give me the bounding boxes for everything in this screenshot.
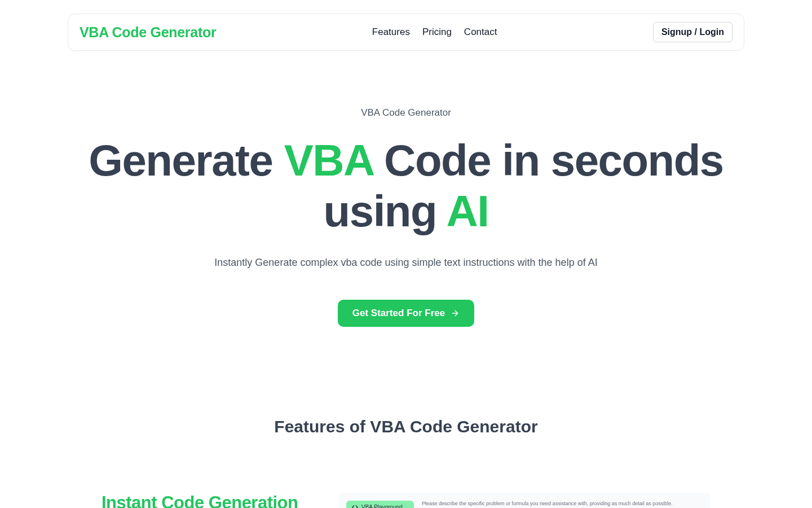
logo[interactable]: VBA Code Generator bbox=[80, 24, 216, 41]
feature-title: Instant Code Generation bbox=[102, 493, 316, 508]
nav-links: Features Pricing Contact bbox=[372, 27, 497, 38]
preview-pill-label: VBA Playground bbox=[361, 504, 403, 508]
hero-section: VBA Code Generator Generate VBA Code in … bbox=[0, 51, 812, 361]
features-heading: Features of VBA Code Generator bbox=[0, 417, 812, 436]
preview-pill-playground: VBA Playground bbox=[346, 501, 414, 508]
code-icon bbox=[352, 504, 358, 508]
preview-main: Please describe the specific problem or … bbox=[422, 501, 703, 508]
nav-link-contact[interactable]: Contact bbox=[464, 27, 497, 38]
navbar: VBA Code Generator Features Pricing Cont… bbox=[68, 14, 744, 51]
nav-link-features[interactable]: Features bbox=[372, 27, 410, 38]
hero-title-part2: Code in seconds using bbox=[324, 135, 723, 236]
hero-title: Generate VBA Code in seconds using AI bbox=[68, 135, 744, 237]
nav-link-pricing[interactable]: Pricing bbox=[422, 27, 452, 38]
cta-label: Get Started For Free bbox=[352, 308, 445, 319]
hero-title-part1: Generate bbox=[89, 135, 284, 185]
hero-title-accent1: VBA bbox=[284, 135, 373, 185]
hero-subtitle: Instantly Generate complex vba code usin… bbox=[34, 257, 778, 269]
feature-text: Instant Code Generation bbox=[102, 493, 316, 508]
get-started-button[interactable]: Get Started For Free bbox=[338, 300, 474, 327]
preview-helper-text: Please describe the specific problem or … bbox=[422, 501, 703, 506]
feature-preview: VBA Playground Billing Please describe t… bbox=[338, 493, 710, 508]
preview-sidebar: VBA Playground Billing bbox=[346, 501, 414, 508]
hero-title-accent2: AI bbox=[446, 186, 488, 236]
hero-eyebrow: VBA Code Generator bbox=[34, 107, 778, 119]
arrow-right-icon bbox=[451, 309, 460, 318]
signup-login-button[interactable]: Signup / Login bbox=[653, 22, 732, 42]
feature-section: Instant Code Generation VBA Playground bbox=[0, 436, 812, 508]
